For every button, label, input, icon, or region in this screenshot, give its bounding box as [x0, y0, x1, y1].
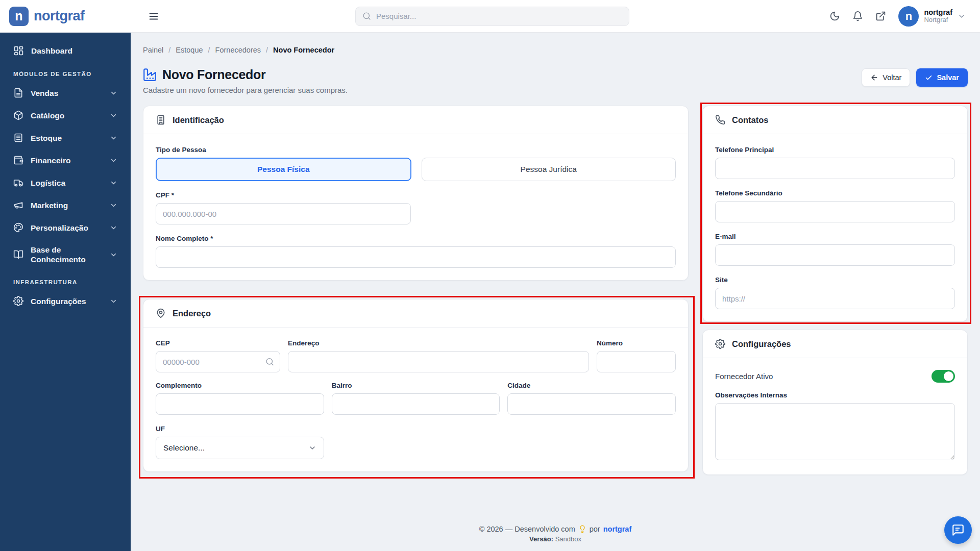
active-supplier-label: Fornecedor Ativo [715, 372, 773, 381]
cpf-label: CPF * [156, 191, 676, 199]
chevron-down-icon [958, 12, 966, 20]
footer: © 2026 — Desenvolvido com por nortgraf V… [143, 518, 968, 551]
breadcrumb-separator: / [266, 46, 268, 54]
street-label: Endereço [288, 339, 589, 347]
chevron-down-icon [110, 251, 117, 259]
version-value: Sandbox [555, 535, 581, 543]
sidebar-item-marketing[interactable]: Marketing [7, 194, 124, 216]
address-annotation-wrap: Endereço CEP [143, 299, 689, 472]
page-content: Painel / Estoque / Fornecedores / Novo F… [131, 33, 980, 551]
sidebar-item-financeiro[interactable]: Financeiro [7, 149, 124, 171]
uf-select[interactable]: Selecione... [156, 437, 324, 459]
internal-notes-textarea[interactable] [715, 403, 955, 460]
sidebar-item-configuracoes[interactable]: Configurações [7, 290, 124, 312]
check-icon [925, 74, 933, 82]
breadcrumb-fornecedores[interactable]: Fornecedores [215, 46, 261, 54]
topbar: n nortgraf Nortgraf [131, 0, 980, 33]
person-type-fisica-button[interactable]: Pessoa Física [156, 158, 411, 181]
footer-brand-link[interactable]: nortgraf [603, 525, 632, 533]
active-supplier-toggle[interactable] [932, 370, 955, 383]
building-icon [156, 115, 166, 125]
cep-input[interactable] [156, 351, 280, 372]
page-title-block: Novo Fornecedor Cadastre um novo fornece… [143, 67, 348, 94]
brand-name: nortgraf [34, 8, 85, 24]
toggle-knob [944, 371, 953, 381]
archive-icon [13, 133, 23, 143]
sidebar-item-label: Configurações [31, 296, 86, 306]
sidebar-item-catalogo[interactable]: Catálogo [7, 105, 124, 126]
person-type-juridica-button[interactable]: Pessoa Jurídica [422, 158, 676, 181]
cep-search-icon [265, 358, 274, 366]
search-icon [362, 12, 371, 20]
map-pin-icon [156, 308, 166, 318]
district-field-group: Bairro [332, 382, 500, 415]
cpf-input[interactable] [156, 203, 411, 224]
sidebar-item-vendas[interactable]: Vendas [7, 82, 124, 104]
full-name-input[interactable] [156, 246, 676, 268]
address-card: Endereço CEP [143, 299, 689, 472]
sidebar: n nortgraf Dashboard MÓDULOS DE GESTÃO V… [0, 0, 131, 551]
sidebar-item-base-conhecimento[interactable]: Base de Conhecimento [7, 239, 124, 270]
phone-primary-input[interactable] [715, 158, 955, 179]
complement-input[interactable] [156, 393, 324, 415]
gear-icon [13, 296, 23, 306]
site-label: Site [715, 276, 955, 284]
address-card-header: Endereço [143, 299, 688, 328]
chat-widget-button[interactable] [944, 516, 972, 544]
truck-icon [13, 178, 23, 188]
contacts-card: Contatos Telefone Principal Telefone Sec… [702, 106, 968, 322]
sidebar-item-estoque[interactable]: Estoque [7, 127, 124, 148]
complement-label: Complemento [156, 382, 324, 389]
topbar-actions: n nortgraf Nortgraf [829, 6, 966, 27]
book-open-icon [13, 249, 23, 260]
phone-secondary-input[interactable] [715, 201, 955, 222]
city-input[interactable] [507, 393, 676, 415]
phone-primary-label: Telefone Principal [715, 146, 955, 154]
sidebar-nav: Dashboard MÓDULOS DE GESTÃO Vendas Catál… [0, 33, 131, 551]
breadcrumb-current: Novo Fornecedor [273, 46, 334, 54]
email-input[interactable] [715, 244, 955, 266]
external-link-icon[interactable] [875, 11, 886, 21]
street-input[interactable] [288, 351, 589, 372]
main-area: n nortgraf Nortgraf Painel / Estoque / F… [131, 0, 980, 551]
chevron-down-icon [110, 202, 117, 209]
breadcrumb-painel[interactable]: Painel [143, 46, 163, 54]
notifications-bell-icon[interactable] [852, 11, 863, 21]
site-input[interactable] [715, 288, 955, 309]
number-input[interactable] [597, 351, 676, 372]
sidebar-section-modulos: MÓDULOS DE GESTÃO [7, 63, 124, 82]
megaphone-icon [13, 200, 23, 210]
cep-field-group: CEP [156, 339, 280, 372]
uf-select-value: Selecione... [163, 443, 205, 453]
arrow-left-icon [870, 73, 878, 82]
page-header: Novo Fornecedor Cadastre um novo fornece… [143, 67, 968, 94]
sidebar-item-label: Estoque [31, 133, 62, 143]
district-input[interactable] [332, 393, 500, 415]
number-field-group: Número [597, 339, 676, 372]
dark-mode-moon-icon[interactable] [829, 11, 840, 21]
full-name-label: Nome Completo * [156, 235, 676, 242]
user-menu[interactable]: n nortgraf Nortgraf [898, 6, 966, 27]
contacts-card-title: Contatos [732, 115, 769, 125]
app-root: n nortgraf Dashboard MÓDULOS DE GESTÃO V… [0, 0, 980, 551]
save-button[interactable]: Salvar [916, 68, 968, 87]
sidebar-item-dashboard[interactable]: Dashboard [7, 40, 124, 62]
chat-bubble-icon [951, 523, 965, 537]
back-button[interactable]: Voltar [862, 68, 910, 87]
sidebar-item-personalizacao[interactable]: Personalização [7, 217, 124, 238]
brand-logo[interactable]: n nortgraf [0, 0, 131, 33]
sidebar-item-label: Logística [31, 178, 65, 188]
user-meta: nortgraf Nortgraf [924, 8, 952, 24]
uf-label: UF [156, 425, 676, 433]
global-search[interactable] [355, 7, 629, 26]
menu-toggle-button[interactable] [148, 11, 159, 22]
sidebar-item-logistica[interactable]: Logística [7, 172, 124, 193]
sidebar-item-label: Base de Conhecimento [31, 245, 97, 264]
sidebar-section-infraestrutura: INFRAESTRUTURA [7, 271, 124, 290]
breadcrumb-estoque[interactable]: Estoque [176, 46, 203, 54]
back-button-label: Voltar [883, 73, 901, 82]
chevron-down-icon [110, 157, 117, 164]
search-input[interactable] [376, 12, 622, 20]
phone-secondary-label: Telefone Secundário [715, 189, 955, 197]
factory-icon [143, 68, 157, 82]
